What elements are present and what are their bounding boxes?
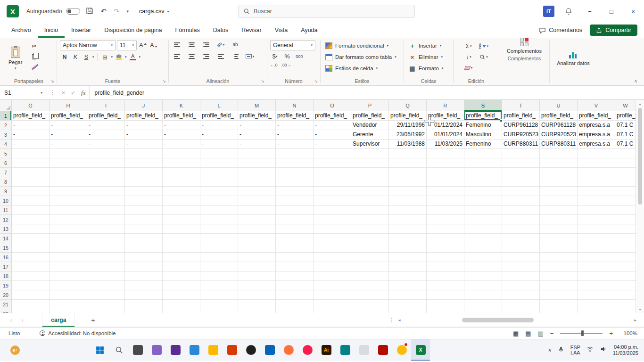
- cell-V5[interactable]: [578, 149, 615, 158]
- insert-function-button[interactable]: fx: [81, 89, 85, 97]
- taskbar-app-purple-icon[interactable]: [147, 339, 166, 361]
- cell-T22[interactable]: [502, 309, 540, 313]
- cell-I12[interactable]: [87, 215, 125, 224]
- cell-J3[interactable]: -: [125, 130, 163, 140]
- accessibility-status[interactable]: Accesibilidad: No disponible: [40, 330, 116, 336]
- cell-O5[interactable]: [314, 149, 351, 158]
- vertical-scrollbar[interactable]: ▴ ▾: [636, 100, 644, 313]
- cell-J13[interactable]: [125, 224, 163, 234]
- cell-I5[interactable]: [87, 149, 125, 158]
- format-as-table-button[interactable]: Dar formato como tabla▾: [323, 51, 401, 63]
- autosave-toggle[interactable]: [66, 8, 80, 15]
- cell-W4[interactable]: 07.1 C: [615, 140, 636, 149]
- font-size-select[interactable]: 11▾: [117, 40, 137, 50]
- cell-W13[interactable]: [615, 224, 636, 234]
- cell-K15[interactable]: [163, 243, 200, 253]
- cell-P19[interactable]: [351, 281, 389, 290]
- cell-H14[interactable]: [50, 234, 87, 243]
- cell-P7[interactable]: [351, 168, 389, 177]
- cell-G15[interactable]: [12, 243, 50, 253]
- cell-G18[interactable]: [12, 272, 50, 281]
- cell-M7[interactable]: [238, 168, 276, 177]
- cell-P1[interactable]: profile_field_: [351, 111, 389, 121]
- cell-R3[interactable]: 01/01/2024: [427, 130, 464, 140]
- cell-R5[interactable]: [427, 149, 464, 158]
- cell-L2[interactable]: -: [200, 121, 238, 130]
- cell-G4[interactable]: -: [12, 140, 50, 149]
- cell-Q14[interactable]: [389, 234, 427, 243]
- cell-H19[interactable]: [50, 281, 87, 290]
- cell-O19[interactable]: [314, 281, 351, 290]
- cell-T7[interactable]: [502, 168, 540, 177]
- cell-M11[interactable]: [238, 206, 276, 215]
- cell-L8[interactable]: [200, 177, 238, 187]
- cell-K8[interactable]: [163, 177, 200, 187]
- cell-S20[interactable]: [464, 290, 502, 300]
- cell-K22[interactable]: [163, 309, 200, 313]
- insert-cells-button[interactable]: +Insertar▾: [407, 40, 450, 51]
- tab-datos[interactable]: Datos: [206, 23, 235, 38]
- cell-L22[interactable]: [200, 309, 238, 313]
- cell-K4[interactable]: -: [163, 140, 200, 149]
- cell-V19[interactable]: [578, 281, 615, 290]
- align-bottom-button[interactable]: [201, 40, 211, 49]
- cell-V7[interactable]: [578, 168, 615, 177]
- cell-V4[interactable]: empresa.s.a: [578, 140, 615, 149]
- cell-H21[interactable]: [50, 300, 87, 309]
- cell-H18[interactable]: [50, 272, 87, 281]
- cell-G1[interactable]: profile_field_: [12, 111, 50, 121]
- vertical-scroll-track[interactable]: [636, 107, 644, 306]
- autosum-button[interactable]: Σ▾: [463, 41, 474, 50]
- cell-R17[interactable]: [427, 262, 464, 272]
- taskbar-app-blue-icon[interactable]: [185, 339, 204, 361]
- cell-N17[interactable]: [276, 262, 314, 272]
- cell-R9[interactable]: [427, 187, 464, 196]
- number-dialog-launcher-icon[interactable]: ↘: [314, 79, 318, 83]
- cell-O6[interactable]: [314, 158, 351, 168]
- cell-Q19[interactable]: [389, 281, 427, 290]
- zoom-slider-thumb[interactable]: [581, 330, 584, 336]
- taskbar-outlook-icon[interactable]: [260, 339, 279, 361]
- cell-P5[interactable]: [351, 149, 389, 158]
- cell-Q21[interactable]: [389, 300, 427, 309]
- cell-J21[interactable]: [125, 300, 163, 309]
- cell-I8[interactable]: [87, 177, 125, 187]
- cell-O12[interactable]: [314, 215, 351, 224]
- thousands-button[interactable]: 000: [295, 52, 304, 61]
- cell-U11[interactable]: [540, 206, 578, 215]
- fill-color-button[interactable]: [114, 52, 124, 62]
- tab-archivo[interactable]: Archivo: [5, 23, 38, 38]
- row-header-14[interactable]: 14: [0, 234, 12, 243]
- bold-button[interactable]: N: [60, 52, 69, 62]
- row-header-8[interactable]: 8: [0, 177, 12, 187]
- cell-N6[interactable]: [276, 158, 314, 168]
- analyze-data-button[interactable]: Analizar datos: [553, 40, 594, 77]
- cell-T14[interactable]: [502, 234, 540, 243]
- taskbar-acrobat-icon[interactable]: [373, 339, 392, 361]
- cell-J20[interactable]: [125, 290, 163, 300]
- font-color-caret-icon[interactable]: ▾: [139, 55, 141, 59]
- cell-T4[interactable]: CURP880311: [502, 140, 540, 149]
- cell-Q17[interactable]: [389, 262, 427, 272]
- cell-U12[interactable]: [540, 215, 578, 224]
- cell-G22[interactable]: [12, 309, 50, 313]
- cell-L18[interactable]: [200, 272, 238, 281]
- cell-U14[interactable]: [540, 234, 578, 243]
- horizontal-scroll-thumb[interactable]: [462, 318, 533, 322]
- zoom-slider[interactable]: [560, 333, 603, 334]
- cell-M13[interactable]: [238, 224, 276, 234]
- cell-G21[interactable]: [12, 300, 50, 309]
- cell-I15[interactable]: [87, 243, 125, 253]
- cell-Q5[interactable]: [389, 149, 427, 158]
- cell-M16[interactable]: [238, 253, 276, 262]
- format-cells-button[interactable]: ▦Formato▾: [407, 63, 450, 74]
- cell-S4[interactable]: Femenino: [464, 140, 502, 149]
- align-center-button[interactable]: [186, 52, 197, 61]
- cell-L7[interactable]: [200, 168, 238, 177]
- cell-Q15[interactable]: [389, 243, 427, 253]
- column-header-I[interactable]: I: [87, 100, 125, 111]
- cell-J22[interactable]: [125, 309, 163, 313]
- cell-I13[interactable]: [87, 224, 125, 234]
- cell-J5[interactable]: [125, 149, 163, 158]
- cell-O17[interactable]: [314, 262, 351, 272]
